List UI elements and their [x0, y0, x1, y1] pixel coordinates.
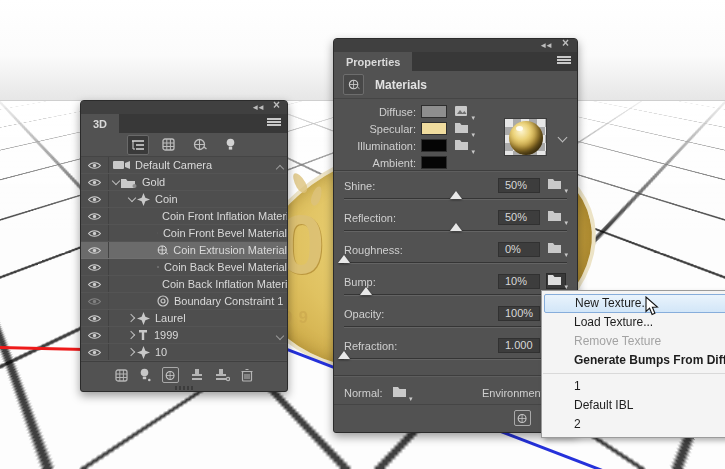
tab-3d[interactable]: 3D [81, 114, 119, 133]
add-light-button[interactable] [139, 368, 151, 382]
menu-item-new-texture[interactable]: New Texture... [544, 294, 725, 313]
reflection-slider-track[interactable] [344, 230, 567, 232]
new-layer-stamp-button[interactable] [190, 368, 204, 382]
materials-filter-button[interactable] [189, 135, 211, 155]
roughness-texture-button[interactable]: ▾ [547, 242, 565, 256]
refraction-slider-track[interactable] [344, 358, 567, 360]
shine-texture-button[interactable]: ▾ [547, 178, 565, 192]
visibility-eye-icon[interactable] [81, 259, 109, 275]
material-sphere-icon [157, 244, 168, 256]
roughness-slider-row: Roughness: 0% ▾ [334, 239, 577, 271]
refraction-value[interactable]: 1.000 [498, 338, 540, 353]
shine-slider-thumb[interactable] [450, 191, 462, 199]
diffuse-color-swatch[interactable] [421, 105, 447, 118]
shine-value[interactable]: 50% [498, 178, 540, 193]
chevron-right-icon[interactable] [127, 313, 137, 323]
shine-slider-track[interactable] [344, 198, 567, 200]
roughness-slider-track[interactable] [344, 262, 567, 264]
panel-resize-grip[interactable] [175, 386, 193, 390]
tree-row-gold[interactable]: Gold [81, 174, 287, 191]
roughness-value[interactable]: 0% [498, 242, 540, 257]
chevron-down-icon[interactable] [111, 177, 121, 187]
visibility-eye-icon[interactable] [81, 242, 109, 258]
scroll-up-icon[interactable] [276, 163, 284, 171]
3d-panel-titlebar[interactable]: ◄◄ × [81, 101, 287, 114]
close-panel-icon[interactable]: × [273, 100, 280, 111]
tree-row-10[interactable]: 10 [81, 344, 287, 361]
visibility-eye-icon-dimmed[interactable] [81, 293, 109, 309]
add-mesh-button[interactable] [115, 369, 128, 382]
materials-filter-icon [193, 138, 207, 151]
illumination-texture-button[interactable]: ▾ [454, 139, 472, 153]
environment-toggle-button[interactable] [514, 410, 531, 426]
lights-filter-button[interactable] [220, 135, 242, 155]
bump-slider-thumb[interactable] [360, 287, 372, 295]
close-panel-icon[interactable]: × [562, 38, 569, 49]
visibility-eye-icon[interactable] [81, 344, 109, 360]
collapse-panel-icon[interactable]: ◄◄ [539, 40, 551, 51]
tree-row-coin[interactable]: Coin [81, 191, 287, 208]
visibility-eye-icon[interactable] [81, 174, 109, 190]
tree-row-material[interactable]: Coin Back Inflation Material [81, 276, 287, 293]
roughness-slider-thumb[interactable] [338, 255, 350, 263]
normal-label: Normal: [344, 387, 383, 399]
tree-row-boundary-constraint[interactable]: Boundary Constraint 1 [81, 293, 287, 310]
visibility-eye-icon[interactable] [81, 310, 109, 326]
scroll-down-icon[interactable] [276, 333, 284, 341]
refraction-label: Refraction: [344, 340, 397, 352]
normal-texture-button[interactable]: ▾ [392, 386, 410, 400]
tree-row-material[interactable]: Coin Front Inflation Material [81, 208, 287, 225]
properties-header-title: Materials [375, 78, 427, 92]
panel-menu-icon[interactable] [557, 56, 571, 67]
visibility-eye-icon[interactable] [81, 191, 109, 207]
menu-item-2[interactable]: 2 [544, 415, 725, 434]
tree-row-default-camera[interactable]: Default Camera [81, 157, 287, 174]
collapse-panel-icon[interactable]: ◄◄ [251, 102, 263, 113]
mesh-filter-button[interactable] [158, 135, 180, 155]
reflection-value[interactable]: 50% [498, 210, 540, 225]
visibility-eye-icon[interactable] [81, 276, 109, 292]
visibility-eye-icon[interactable] [81, 208, 109, 224]
chevron-right-icon[interactable] [127, 347, 137, 357]
menu-item-1[interactable]: 1 [544, 377, 725, 396]
tab-properties[interactable]: Properties [334, 52, 412, 71]
refraction-slider-thumb[interactable] [338, 351, 350, 359]
reflection-texture-button[interactable]: ▾ [547, 210, 565, 224]
opacity-slider-track[interactable] [344, 326, 567, 328]
tree-row-material-selected[interactable]: Coin Extrusion Material [81, 242, 287, 259]
properties-panel-titlebar[interactable]: ◄◄ × [334, 39, 577, 52]
panel-menu-icon[interactable] [267, 118, 281, 129]
chevron-down-icon[interactable] [127, 194, 137, 204]
delete-trash-button[interactable] [241, 368, 253, 382]
material-preview[interactable] [504, 118, 547, 156]
dropdown-tick-icon: ▾ [471, 148, 475, 156]
visibility-eye-icon[interactable] [81, 157, 109, 173]
chevron-right-icon[interactable] [127, 330, 137, 340]
menu-item-generate-bumps[interactable]: Generate Bumps From Diffuse... [544, 351, 725, 370]
menu-item-default-ibl[interactable]: Default IBL [544, 396, 725, 415]
visibility-eye-icon[interactable] [81, 327, 109, 343]
opacity-value[interactable]: 100% [498, 306, 540, 321]
tree-row-1999[interactable]: 1999 [81, 327, 287, 344]
scene-filter-button[interactable] [127, 135, 149, 155]
bump-texture-button-pressed[interactable]: ▾ [547, 274, 565, 288]
tree-row-material[interactable]: Coin Back Bevel Material [81, 259, 287, 276]
bump-value[interactable]: 10% [498, 274, 540, 289]
tree-row-label: Coin Front Inflation Material [162, 210, 287, 222]
specular-texture-button[interactable]: ▾ [454, 122, 472, 136]
illumination-color-swatch[interactable] [421, 139, 447, 152]
tree-row-laurel[interactable]: Laurel [81, 310, 287, 327]
bump-slider-track[interactable] [344, 294, 567, 296]
material-picker-chevron-icon[interactable] [558, 134, 567, 143]
ambient-color-swatch[interactable] [421, 156, 447, 169]
environment-toggle-button[interactable] [162, 367, 179, 383]
visibility-eye-icon[interactable] [81, 225, 109, 241]
reflection-slider-thumb[interactable] [450, 223, 462, 231]
dropdown-tick-icon: ▾ [564, 187, 568, 195]
instance-stamp-button[interactable] [215, 368, 230, 382]
specular-color-swatch[interactable] [421, 122, 447, 135]
diffuse-texture-button[interactable]: ▾ [454, 105, 472, 119]
folder-icon [454, 139, 469, 151]
tree-row-material[interactable]: Coin Front Bevel Material [81, 225, 287, 242]
menu-item-load-texture[interactable]: Load Texture... [544, 313, 725, 332]
